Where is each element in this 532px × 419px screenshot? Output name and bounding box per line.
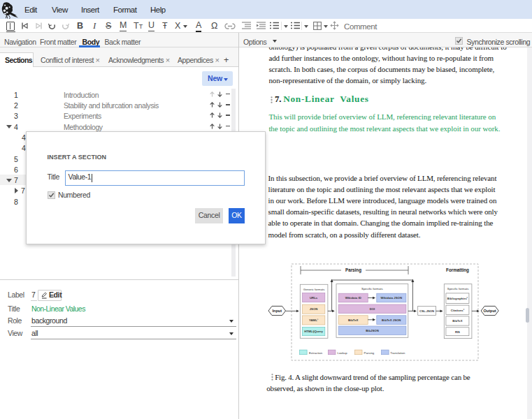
svg-text:BibTeX: BibTeX xyxy=(348,318,359,322)
svg-text:BibTeX: BibTeX xyxy=(452,319,462,323)
svg-text:Input: Input xyxy=(273,309,282,313)
svg-text:Output: Output xyxy=(484,309,496,313)
svg-text:Extraction: Extraction xyxy=(309,351,323,355)
svg-text:YAML¹: YAML¹ xyxy=(309,318,319,322)
svg-text:Formatting: Formatting xyxy=(446,267,469,273)
svg-text:Parsing: Parsing xyxy=(345,267,361,273)
svg-text:DOI: DOI xyxy=(370,307,375,311)
svg-text:BibJSON: BibJSON xyxy=(366,329,379,332)
svg-text:HTML/jQuery: HTML/jQuery xyxy=(304,330,323,333)
svg-text:URLs: URLs xyxy=(310,296,318,300)
svg-text:Parsing: Parsing xyxy=(364,351,375,355)
svg-text:Translation: Translation xyxy=(390,351,405,355)
svg-text:Specific formats: Specific formats xyxy=(361,287,383,291)
svg-text:Citations²: Citations² xyxy=(451,309,465,312)
svg-text:RIS: RIS xyxy=(455,330,460,334)
svg-text:Generic formats: Generic formats xyxy=(303,288,325,291)
svg-text:Lookup: Lookup xyxy=(338,351,348,355)
svg-text:Wikidata ID: Wikidata ID xyxy=(345,296,361,300)
svg-text:CSL-JSON: CSL-JSON xyxy=(419,309,434,313)
svg-text:Bibliographies²: Bibliographies² xyxy=(447,297,468,300)
svg-text:Wikidata JSON: Wikidata JSON xyxy=(381,296,403,300)
svg-text:BibTeX JSON: BibTeX JSON xyxy=(382,318,401,322)
svg-text:Specific formats: Specific formats xyxy=(447,287,469,291)
svg-text:JSON: JSON xyxy=(310,307,318,311)
